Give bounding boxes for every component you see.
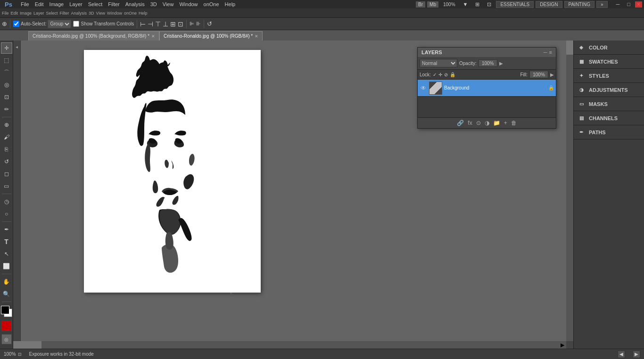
maximize-btn[interactable]: □ bbox=[624, 1, 633, 7]
menu-image[interactable]: Image bbox=[47, 1, 67, 7]
link-layers-btn[interactable]: 🔗 bbox=[457, 120, 464, 126]
lasso-tool[interactable]: ⌒ bbox=[1, 67, 12, 78]
panel-styles[interactable]: ✦ STYLES bbox=[574, 69, 644, 83]
crop-tool[interactable]: ⊡ bbox=[1, 91, 12, 103]
menu-file[interactable]: File bbox=[18, 1, 32, 7]
close-btn[interactable]: ✕ bbox=[635, 1, 642, 8]
minibrige-btn[interactable]: Mb bbox=[427, 1, 438, 8]
tab-2[interactable]: Cristiano-Ronaldo.jpg @ 100% (RGB/8#) * … bbox=[159, 31, 263, 41]
new-layer-btn[interactable]: + bbox=[504, 120, 507, 126]
sec-image[interactable]: Image bbox=[20, 11, 32, 16]
menu-view[interactable]: View bbox=[160, 1, 177, 7]
layers-minimize[interactable]: ─ bbox=[544, 49, 547, 55]
vertical-scrollbar[interactable] bbox=[566, 41, 573, 341]
lock-move[interactable]: ✛ bbox=[438, 72, 442, 77]
eyedropper-tool[interactable]: ✏ bbox=[1, 104, 12, 115]
layer-mask-btn[interactable]: ⊙ bbox=[476, 120, 481, 126]
menu-help[interactable]: Help bbox=[222, 1, 239, 7]
align-top[interactable]: ⊥ bbox=[163, 20, 168, 28]
workspace-painting[interactable]: PAINTING bbox=[564, 1, 594, 8]
sec-edit[interactable]: Edit bbox=[11, 11, 18, 16]
clone-tool[interactable]: ⎘ bbox=[1, 144, 12, 155]
layer-visibility[interactable]: 👁 bbox=[420, 85, 427, 91]
delete-layer-btn[interactable]: 🗑 bbox=[511, 120, 517, 126]
marquee-tool[interactable]: ⬚ bbox=[1, 55, 12, 66]
tab-1[interactable]: Cristiano-Ronaldo.jpg @ 100% (Background… bbox=[28, 31, 159, 41]
auto-select-checkbox[interactable]: Auto-Select: Group Layer bbox=[13, 20, 71, 28]
panel-color[interactable]: ◈ COLOR bbox=[574, 41, 644, 55]
color-picker[interactable] bbox=[1, 306, 12, 317]
opacity-arrow[interactable]: ▶ bbox=[499, 61, 503, 66]
blend-mode-select[interactable]: Normal Dissolve Multiply bbox=[420, 59, 457, 67]
scroll-thumb-h[interactable] bbox=[13, 341, 41, 349]
tab-1-close[interactable]: ✕ bbox=[151, 34, 155, 39]
sec-select[interactable]: Select bbox=[46, 11, 58, 16]
menu-edit[interactable]: Edit bbox=[32, 1, 47, 7]
menu-layer[interactable]: Layer bbox=[66, 1, 85, 7]
panel-adjustments[interactable]: ◑ ADJUSTMENTS bbox=[574, 83, 644, 97]
panel-swatches[interactable]: ▦ SWATCHES bbox=[574, 55, 644, 69]
show-transform-checkbox[interactable]: Show Transform Controls bbox=[73, 21, 134, 27]
zoom-dropdown[interactable]: ▼ bbox=[460, 1, 471, 7]
sec-view[interactable]: View bbox=[96, 11, 105, 16]
bridge-btn[interactable]: Br bbox=[416, 1, 425, 8]
scroll-right-btn[interactable]: ▶ bbox=[559, 341, 566, 349]
align-center-h[interactable]: ⊣ bbox=[148, 20, 153, 28]
opacity-input[interactable] bbox=[479, 59, 497, 67]
align-left[interactable]: ⊢ bbox=[140, 20, 146, 28]
sec-3d[interactable]: 3D bbox=[89, 11, 94, 16]
fill-arrow[interactable]: ▶ bbox=[550, 72, 554, 77]
sec-file[interactable]: File bbox=[2, 11, 9, 16]
dodge-tool[interactable]: ○ bbox=[1, 208, 12, 220]
workspace-more[interactable]: » bbox=[596, 1, 608, 8]
lock-pixels[interactable]: ✓ bbox=[433, 72, 437, 77]
show-transform-input[interactable] bbox=[73, 21, 79, 27]
shape-tool[interactable]: ⬜ bbox=[1, 261, 12, 272]
workspace-design[interactable]: DESIGN bbox=[536, 1, 562, 8]
spot-heal-tool[interactable]: ⊕ bbox=[1, 119, 12, 131]
menu-analysis[interactable]: Analysis bbox=[123, 1, 148, 7]
lock-transparency[interactable]: ⊘ bbox=[444, 72, 448, 77]
left-panel-collapse[interactable]: ◂ bbox=[13, 41, 21, 349]
layer-fx-btn[interactable]: fx bbox=[468, 120, 472, 126]
move-tool[interactable]: ✛ bbox=[1, 42, 12, 54]
sec-help[interactable]: Help bbox=[139, 11, 148, 16]
panel-paths[interactable]: ✒ PATHS bbox=[574, 125, 644, 139]
screen-mode2[interactable]: ⊡ bbox=[484, 1, 494, 8]
distribute-h[interactable]: ⊫ bbox=[190, 21, 194, 27]
layers-menu[interactable]: ≡ bbox=[549, 49, 552, 55]
auto-select-dropdown[interactable]: Group Layer bbox=[48, 20, 71, 28]
blur-tool[interactable]: ◷ bbox=[1, 196, 12, 207]
adjustment-layer-btn[interactable]: ◑ bbox=[485, 120, 489, 126]
auto-select-input[interactable] bbox=[13, 21, 19, 27]
gradient-tool[interactable]: ▭ bbox=[1, 180, 12, 192]
fill-input[interactable] bbox=[529, 71, 548, 78]
lock-all[interactable]: 🔒 bbox=[450, 72, 455, 77]
sec-filter[interactable]: Filter bbox=[60, 11, 69, 16]
menu-onone[interactable]: onOne bbox=[201, 1, 222, 7]
panel-channels[interactable]: ▤ CHANNELS bbox=[574, 111, 644, 125]
sec-analysis[interactable]: Analysis bbox=[71, 11, 87, 16]
zoom-tool[interactable]: 🔍 bbox=[1, 288, 12, 300]
tab-2-close[interactable]: ✕ bbox=[255, 34, 258, 39]
scroll-left-status[interactable]: ◀ bbox=[618, 351, 625, 358]
text-tool[interactable]: T bbox=[1, 236, 12, 247]
screen-mode[interactable]: ⊞ bbox=[472, 1, 482, 8]
scroll-thumb-v[interactable] bbox=[566, 41, 573, 55]
align-center-v[interactable]: ⊞ bbox=[170, 20, 176, 28]
foreground-color[interactable] bbox=[1, 306, 9, 314]
align-right[interactable]: ⊤ bbox=[155, 20, 161, 28]
path-select-tool[interactable]: ↖ bbox=[1, 248, 12, 260]
new-group-btn[interactable]: 📁 bbox=[493, 120, 500, 126]
sec-layer[interactable]: Layer bbox=[33, 11, 44, 16]
layer-background[interactable]: 👁 Background 🔒 bbox=[418, 80, 556, 97]
pen-tool[interactable]: ✒ bbox=[1, 224, 12, 235]
history-brush-tool[interactable]: ↺ bbox=[1, 156, 12, 167]
minimize-btn[interactable]: ─ bbox=[613, 1, 623, 7]
sec-onone[interactable]: onOne bbox=[124, 11, 137, 16]
transform-icon[interactable]: ↺ bbox=[207, 20, 212, 27]
eraser-tool[interactable]: ◻ bbox=[1, 168, 12, 180]
hand-tool[interactable]: ✋ bbox=[1, 276, 12, 287]
panel-masks[interactable]: ▭ MASKS bbox=[574, 97, 644, 111]
horizontal-scrollbar[interactable]: ▶ bbox=[13, 341, 566, 349]
